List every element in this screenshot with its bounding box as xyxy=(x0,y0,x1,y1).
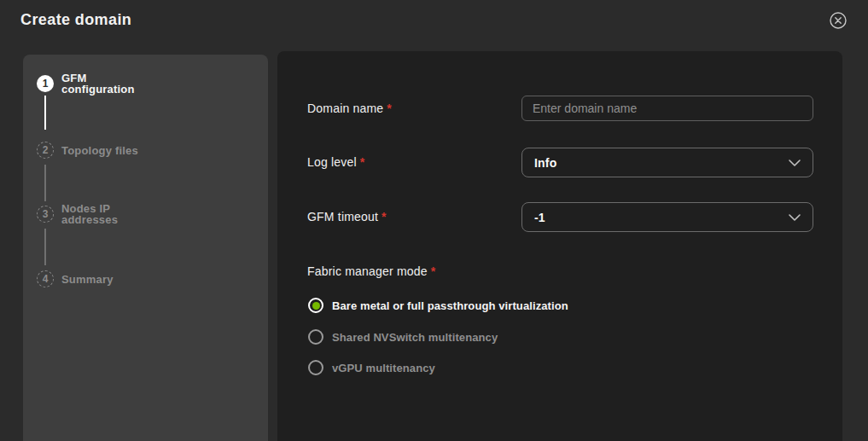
step-2-badge: 2 xyxy=(37,142,54,159)
step-nodes-ip-addresses[interactable]: 3 Nodes IP addresses xyxy=(37,203,118,225)
radio-button-icon xyxy=(308,360,323,375)
step-1-label: GFM configuration xyxy=(61,73,135,95)
close-icon[interactable] xyxy=(829,11,848,30)
radio-bare-metal-label: Bare metal or full passthrough virtualiz… xyxy=(332,299,568,312)
gfm-configuration-form: Domain name* Log level* Info GFM timeout… xyxy=(277,51,842,441)
step-4-badge: 4 xyxy=(37,270,54,287)
gfm-timeout-select[interactable]: -1 xyxy=(521,202,813,232)
radio-shared-nvswitch[interactable]: Shared NVSwitch multitenancy xyxy=(308,329,498,345)
log-level-label: Log level* xyxy=(307,148,365,177)
stepper-connector xyxy=(44,96,46,130)
stepper-connector xyxy=(44,165,46,201)
domain-name-label: Domain name* xyxy=(307,96,392,121)
log-level-value: Info xyxy=(534,156,556,170)
step-summary[interactable]: 4 Summary xyxy=(37,270,114,287)
required-marker: * xyxy=(382,210,387,223)
chevron-down-icon xyxy=(789,214,801,221)
radio-vgpu[interactable]: vGPU multitenancy xyxy=(308,360,435,375)
radio-button-icon xyxy=(308,298,323,313)
gfm-timeout-label: GFM timeout* xyxy=(307,202,387,232)
stepper-connector xyxy=(44,229,46,265)
step-4-label: Summary xyxy=(61,274,114,285)
stepper-sidebar: 1 GFM configuration 2 Topology files 3 N… xyxy=(23,55,268,441)
gfm-timeout-value: -1 xyxy=(534,211,545,224)
required-marker: * xyxy=(360,155,365,169)
step-2-label: Topology files xyxy=(61,145,138,156)
log-level-select[interactable]: Info xyxy=(521,148,813,177)
step-1-badge: 1 xyxy=(37,75,54,92)
required-marker: * xyxy=(387,102,392,115)
fabric-manager-mode-label: Fabric manager mode* xyxy=(307,264,435,278)
radio-shared-nvswitch-label: Shared NVSwitch multitenancy xyxy=(332,331,498,344)
step-topology-files[interactable]: 2 Topology files xyxy=(37,142,138,159)
radio-vgpu-label: vGPU multitenancy xyxy=(332,362,435,374)
required-marker: * xyxy=(431,264,436,278)
page-title: Create domain xyxy=(20,11,131,29)
step-3-label: Nodes IP addresses xyxy=(61,203,118,225)
step-3-badge: 3 xyxy=(37,206,54,223)
radio-button-icon xyxy=(308,329,323,345)
radio-bare-metal[interactable]: Bare metal or full passthrough virtualiz… xyxy=(308,298,568,313)
domain-name-input[interactable] xyxy=(521,96,813,121)
chevron-down-icon xyxy=(789,160,801,166)
step-gfm-configuration[interactable]: 1 GFM configuration xyxy=(37,73,135,95)
